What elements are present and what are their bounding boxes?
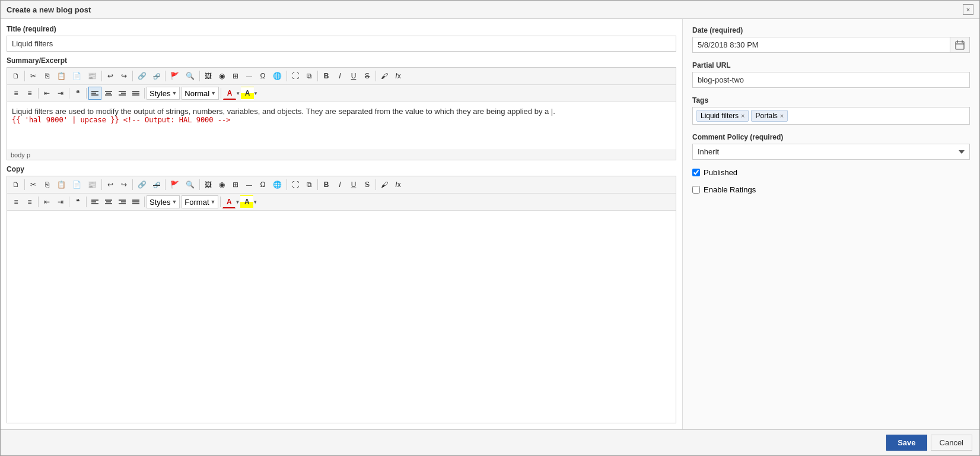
sep6 [287,71,287,81]
font-color-btn[interactable]: A [223,87,236,100]
copy-highlight-btn[interactable]: A [240,195,253,208]
justify-btn[interactable] [129,87,142,100]
ratings-checkbox[interactable] [692,186,700,194]
copy-highlight-arrow[interactable]: ▼ [253,200,257,205]
copy-blockquote-btn[interactable]: ❝ [71,195,84,208]
copy-justify-btn[interactable] [129,195,142,208]
ol-btn[interactable]: ≡ [9,87,23,100]
copy-strike-btn[interactable]: S [361,178,374,191]
hr-btn[interactable]: — [243,69,256,83]
copy-image-btn[interactable]: 🖼 [202,178,215,191]
align-center-btn[interactable] [102,87,115,100]
new-doc-btn[interactable]: 🗋 [9,69,23,83]
tag-portals-remove[interactable]: × [780,112,784,119]
globe-btn[interactable]: 🌐 [270,69,285,83]
styles-dropdown-copy[interactable]: Styles ▼ [147,195,180,208]
copy-table-btn[interactable]: ⊞ [229,178,242,191]
copy-align-right-btn[interactable] [116,195,129,208]
align-right-btn[interactable] [116,87,129,100]
copy-paste-word-btn[interactable]: 📰 [85,178,100,191]
fullscreen-btn[interactable]: ⛶ [289,69,302,83]
strike-btn[interactable]: S [361,69,374,83]
copy-search-btn[interactable]: 🔍 [183,178,198,191]
copy-outdent-btn[interactable]: ⇤ [40,195,53,208]
comment-policy-select[interactable]: Inherit Open Closed Moderated [692,144,970,160]
highlight-arrow[interactable]: ▼ [253,91,258,96]
copy-bold-btn[interactable]: B [320,178,333,191]
copy-align-center-btn[interactable] [102,195,115,208]
published-checkbox[interactable] [692,169,700,176]
copy-unlink-btn[interactable]: 🔗 [150,178,163,191]
paste-btn[interactable]: 📋 [54,69,69,83]
unlink-btn[interactable]: 🔗 [150,69,163,83]
title-section: Title (required) [7,25,676,52]
ul-btn[interactable]: ≡ [23,87,36,100]
format-dropdown-copy[interactable]: Format ▼ [182,195,218,208]
font-color-arrow[interactable]: ▼ [236,91,240,96]
copy-hr-btn[interactable]: — [243,178,256,191]
bold-btn[interactable]: B [320,69,333,83]
copy-redo-btn[interactable]: ↪ [117,178,131,191]
flash-btn[interactable]: ◉ [215,69,228,83]
copy-flash-btn[interactable]: ◉ [215,178,228,191]
align-left-btn[interactable] [88,87,101,100]
cut-btn[interactable]: ✂ [27,69,40,83]
normal-dropdown-summary[interactable]: Normal ▼ [182,87,219,100]
save-button[interactable]: Save [886,435,927,451]
highlight-btn[interactable]: A [241,87,254,100]
styles-dropdown-summary[interactable]: Styles ▼ [147,87,180,100]
maximize-btn[interactable]: ⧉ [303,69,316,83]
search-btn[interactable]: 🔍 [183,69,198,83]
paste-word-btn[interactable]: 📰 [85,69,100,83]
clear-format-btn[interactable]: Ix [392,69,405,83]
copy-underline-btn[interactable]: U [347,178,360,191]
copy-font-color-arrow[interactable]: ▼ [235,200,240,205]
summary-content[interactable]: Liquid filters are used to modify the ou… [7,102,676,150]
partial-url-input[interactable] [692,72,970,88]
indent-btn[interactable]: ⇥ [54,87,67,100]
copy-undo-btn[interactable]: ↩ [104,178,117,191]
special-char-btn[interactable]: Ω [256,69,269,83]
copy-new-doc-btn[interactable]: 🗋 [9,178,23,191]
copy-globe-btn[interactable]: 🌐 [270,178,285,191]
paste-text-btn[interactable]: 📄 [69,69,84,83]
copy-brush-btn[interactable]: 🖌 [378,178,391,191]
calendar-button[interactable] [950,37,970,53]
flag-btn[interactable]: 🚩 [167,69,182,83]
undo-btn[interactable]: ↩ [104,69,117,83]
copy-italic-btn[interactable]: I [333,178,346,191]
redo-btn[interactable]: ↪ [117,69,131,83]
cancel-button[interactable]: Cancel [931,435,972,451]
copy-special-char-btn[interactable]: Ω [256,178,269,191]
copy-btn[interactable]: ⎘ [40,69,53,83]
copy-indent-btn[interactable]: ⇥ [54,195,67,208]
date-input[interactable] [692,37,950,53]
ratings-label: Enable Ratings [704,185,756,194]
copy-ul-btn[interactable]: ≡ [23,195,36,208]
copy-copy-btn[interactable]: ⎘ [40,178,53,191]
blockquote-btn[interactable]: ❝ [71,87,84,100]
tag-liquid-filters-remove[interactable]: × [741,112,744,119]
copy-align-left-btn[interactable] [88,195,101,208]
brush-btn[interactable]: 🖌 [378,69,391,83]
copy-cut-btn[interactable]: ✂ [27,178,40,191]
copy-flag-btn[interactable]: 🚩 [167,178,182,191]
copy-link-btn[interactable]: 🔗 [135,178,149,191]
copy-content[interactable] [7,211,676,423]
tags-container[interactable]: Liquid filters × Portals × [692,107,970,125]
underline-btn[interactable]: U [347,69,360,83]
copy-maximize-btn[interactable]: ⧉ [303,178,316,191]
copy-ol-btn[interactable]: ≡ [9,195,23,208]
link-btn[interactable]: 🔗 [135,69,149,83]
title-input[interactable] [7,36,676,52]
italic-btn[interactable]: I [333,69,346,83]
image-btn[interactable]: 🖼 [202,69,215,83]
copy-paste-btn[interactable]: 📋 [54,178,69,191]
close-button[interactable]: × [963,4,973,15]
table-btn[interactable]: ⊞ [229,69,242,83]
outdent-btn[interactable]: ⇤ [40,87,53,100]
copy-font-color-btn[interactable]: A [222,195,236,208]
copy-fullscreen-btn[interactable]: ⛶ [289,178,302,191]
copy-clear-format-btn[interactable]: Ix [392,178,405,191]
copy-paste-text-btn[interactable]: 📄 [69,178,84,191]
